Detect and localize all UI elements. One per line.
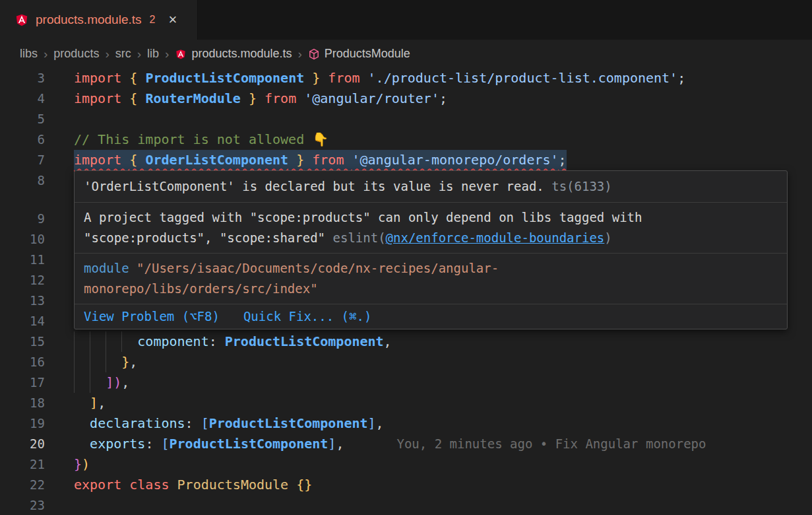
eslint-diagnostic-message: A project tagged with "scope:products" c… [75, 202, 787, 253]
code-line[interactable]: 4import { RouterModule } from '@angular/… [0, 88, 812, 109]
editor[interactable]: 3import { ProductListComponent } from '.… [0, 68, 812, 515]
breadcrumb-item-file[interactable]: products.module.ts [175, 47, 292, 61]
code-token: } [304, 70, 320, 86]
ts-diagnostic-message: 'OrderListComponent' is declared but its… [75, 171, 787, 202]
code-token [74, 436, 90, 452]
code-line[interactable]: 3import { ProductListComponent } from '.… [0, 68, 812, 88]
code-token: , [376, 415, 384, 431]
code-line[interactable]: 21}) [0, 454, 812, 475]
indent-guide [121, 331, 137, 352]
module-keyword: module [84, 261, 129, 275]
module-path-text: "/Users/isaac/Documents/code/nx-recipes/… [129, 261, 499, 275]
line-number: 6 [0, 129, 45, 150]
code-token: { [129, 152, 145, 168]
code-token: , [384, 333, 392, 349]
line-number: 18 [0, 393, 45, 413]
code-token: , [121, 374, 129, 390]
breadcrumb-item-lib[interactable]: lib [147, 47, 159, 61]
indent-guide [90, 372, 106, 393]
line-number: 16 [0, 352, 45, 372]
code-line[interactable]: 6// This import is not allowed 👇 [0, 129, 812, 150]
breadcrumb-symbol-label: ProductsModule [325, 47, 410, 61]
breadcrumb-item-libs[interactable]: libs [20, 47, 38, 61]
breadcrumb-item-products[interactable]: products [53, 47, 99, 61]
code-token: import [74, 90, 129, 106]
code-token: } [288, 152, 304, 168]
breadcrumb-item-src[interactable]: src [115, 47, 131, 61]
line-number: 7 [0, 150, 45, 170]
line-number: 3 [0, 68, 45, 88]
line-number: 13 [0, 291, 45, 311]
code-token: ]) [106, 374, 121, 390]
code-line[interactable]: 15component: ProductListComponent, [0, 331, 812, 352]
code-token: '@angular/router' [304, 90, 439, 106]
module-symbol-icon [308, 48, 320, 60]
line-number: 22 [0, 475, 45, 495]
eslint-source: eslint( [333, 230, 386, 245]
angular-icon [175, 48, 187, 60]
code-token: import [74, 152, 129, 168]
chevron-right-icon: › [137, 47, 141, 61]
indent-guide [74, 372, 90, 393]
code-token: // This import is not allowed [74, 131, 312, 147]
code-line[interactable]: 18 ], [0, 393, 812, 413]
code-line[interactable]: 17]), [0, 372, 812, 393]
tab-products-module[interactable]: products.module.ts 2 × [0, 0, 198, 40]
code-token: exports [90, 436, 145, 452]
breadcrumb-item-symbol[interactable]: ProductsModule [308, 47, 410, 61]
code-token: { [129, 90, 145, 106]
code-line[interactable]: 5 [0, 109, 812, 129]
code-token: component [137, 333, 208, 349]
code-text: ]), [74, 372, 129, 393]
code-token: , [336, 436, 344, 452]
code-line[interactable]: 16}, [0, 352, 812, 372]
code-token: ; [677, 70, 685, 86]
code-token [74, 395, 90, 411]
code-token: from [320, 70, 367, 86]
close-tab-icon[interactable]: × [168, 13, 177, 27]
line-number: 23 [0, 495, 45, 515]
indent-guide [106, 352, 121, 372]
hover-actions: View Problem (⌥F8) Quick Fix... (⌘.) [75, 304, 787, 329]
code-token: : [145, 436, 161, 452]
code-text: ], [74, 393, 106, 413]
eslint-text-line2: "scope:products", "scope:shared" eslint(… [84, 228, 778, 248]
code-text: component: ProductListComponent, [74, 331, 392, 352]
code-token: '@angular-monorepo/orders' [352, 152, 558, 168]
code-token: ProductListComponent [225, 333, 384, 349]
code-text: // This import is not allowed 👇 [74, 129, 328, 150]
line-number: 15 [0, 331, 45, 352]
view-problem-action[interactable]: View Problem (⌥F8) [84, 306, 220, 327]
chevron-right-icon: › [105, 47, 109, 61]
line-number: 9 [0, 209, 45, 229]
line-number: 17 [0, 372, 45, 393]
code-text: import { RouterModule } from '@angular/r… [74, 88, 447, 109]
eslint-text: "scope:products", "scope:shared" [84, 230, 333, 245]
code-token: } [74, 456, 82, 472]
line-number: 14 [0, 311, 45, 331]
code-token: export class [74, 477, 177, 493]
code-text: export class ProductsModule {} [74, 475, 312, 495]
hover-popup: 'OrderListComponent' is declared but its… [74, 170, 788, 329]
code-line[interactable]: 19 declarations: [ProductListComponent], [0, 413, 812, 434]
quick-fix-action[interactable]: Quick Fix... (⌘.) [243, 306, 371, 327]
code-line[interactable]: 7import { OrderListComponent } from '@an… [0, 150, 812, 170]
vscode-editor-window: { "colors": { "angular_red": "#dd0031", … [0, 0, 812, 515]
code-line[interactable]: 20 exports: [ProductListComponent],You, … [0, 434, 812, 454]
angular-icon [15, 13, 29, 27]
eslint-rule-link[interactable]: @nx/enforce-module-boundaries [386, 230, 605, 245]
code-token: ) [82, 456, 90, 472]
line-number: 19 [0, 413, 45, 434]
code-text: }) [74, 454, 90, 475]
diagnostic-text: 'OrderListComponent' is declared but its… [84, 179, 544, 193]
code-token: : [209, 333, 225, 349]
eslint-source-close: ) [604, 230, 611, 245]
code-token: ] [90, 395, 98, 411]
tab-problems-badge: 2 [150, 14, 156, 26]
code-line[interactable]: 23 [0, 495, 812, 515]
code-token [74, 415, 90, 431]
code-line[interactable]: 22export class ProductsModule {} [0, 475, 812, 495]
code-token: , [98, 395, 106, 411]
code-token: ; [439, 90, 447, 106]
code-token: declarations [90, 415, 185, 431]
